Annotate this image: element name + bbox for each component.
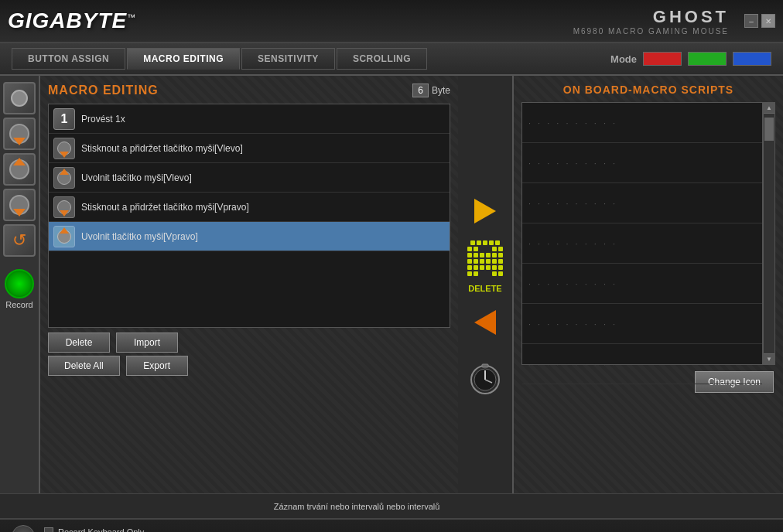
scrollbar-track (764, 114, 774, 353)
macro-item-3[interactable]: Uvolnit tlačítko myši[Vlevo] (49, 163, 450, 193)
arrow-up-btn-icon (5, 155, 33, 183)
svg-rect-16 (474, 259, 478, 264)
scrollbar-thumb[interactable] (764, 118, 774, 141)
script-dots-2: · · · · · · · · · · (528, 159, 617, 168)
delete-all-button[interactable]: Delete All (48, 356, 120, 376)
tab-bar: BUTTON ASSIGN MACRO EDITING SENSITIVITY … (0, 43, 783, 76)
circle-icon (11, 90, 28, 107)
script-item-7[interactable]: · · · · · · · · · · (522, 344, 762, 384)
sidebar-btn-5[interactable]: ↺ (3, 224, 36, 257)
svg-rect-35 (482, 364, 488, 367)
macro-btn-row1: Delete Import (48, 332, 450, 353)
svg-rect-14 (498, 253, 503, 257)
tab-sensitivity[interactable]: SENSITIVITY (241, 48, 335, 70)
svg-rect-28 (498, 271, 503, 276)
record-keyboard-checkbox[interactable] (44, 527, 53, 533)
mode-btn-green[interactable] (688, 52, 727, 66)
middle-controls: DELETE (458, 76, 512, 493)
macro-item-3-text: Uvolnit tlačítko myši[Vlevo] (81, 172, 192, 183)
brand-area: GIGABYTE™ (8, 9, 136, 33)
svg-rect-23 (480, 265, 484, 270)
sidebar-btn-1[interactable] (3, 82, 36, 114)
scrollbar-down-button[interactable]: ▼ (764, 353, 774, 364)
ghost-logo: GHOST M6980 Macro Gaming Mouse (573, 7, 729, 36)
script-item-5[interactable]: · · · · · · · · · · (522, 264, 762, 304)
script-item-3[interactable]: · · · · · · · · · · (522, 183, 762, 223)
sidebar-btn-2[interactable] (3, 118, 36, 150)
import-button[interactable]: Import (116, 332, 178, 353)
macro-item-4-text: Stisknout a přidržet tlačítko myši[Vprav… (81, 202, 249, 213)
delete-macro-button[interactable]: DELETE (467, 240, 503, 293)
script-item-4[interactable]: · · · · · · · · · · (522, 223, 762, 264)
svg-rect-22 (474, 265, 478, 270)
record-button[interactable] (5, 269, 34, 298)
svg-rect-0 (470, 240, 475, 245)
tab-button-assign[interactable]: BUTTON ASSIGN (12, 48, 125, 70)
sidebar-btn-4[interactable] (3, 189, 36, 221)
delete-button[interactable]: Delete (48, 332, 110, 353)
script-item-6[interactable]: · · · · · · · · · · (522, 304, 762, 344)
macro-item-1[interactable]: 1 Provést 1x (49, 104, 450, 134)
macro-panel-title: MACRO EDITING (48, 84, 159, 97)
macro-btn-row2: Delete All Export (48, 356, 450, 376)
script-dots-4: · · · · · · · · · · (528, 239, 617, 248)
title-bar: GIGABYTE™ GHOST M6980 Macro Gaming Mouse… (0, 0, 783, 43)
checkbox-area: Record Keyboard Only (44, 527, 213, 533)
svg-rect-6 (474, 247, 478, 251)
svg-rect-2 (483, 240, 487, 245)
macro-item-2-icon (53, 138, 75, 159)
export-button[interactable]: Export (126, 356, 188, 376)
status-texts: Record Keyboard Only Pro zastavení nahrá… (44, 527, 213, 533)
tab-macro-editing[interactable]: MACRO EDITING (127, 48, 240, 70)
script-dots-3: · · · · · · · · · · (528, 199, 617, 208)
scrollbar-up-button[interactable]: ▲ (764, 103, 774, 114)
svg-rect-20 (498, 259, 503, 264)
macro-item-2[interactable]: Stisknout a přidržet tlačítko myši[Vlevo… (49, 134, 450, 163)
record-keyboard-label: Record Keyboard Only (58, 527, 144, 533)
svg-rect-29 (474, 271, 478, 276)
svg-rect-7 (492, 247, 497, 251)
script-dots-7: · · · · · · · · · · (528, 360, 617, 369)
mode-btn-blue[interactable] (733, 52, 771, 66)
mode-btn-red[interactable] (643, 52, 682, 66)
tab-scrolling[interactable]: SCROLLING (337, 48, 427, 70)
arrow-down2-btn-icon (5, 191, 33, 219)
ghost-subtitle: M6980 Macro Gaming Mouse (573, 27, 729, 36)
macro-item-5-icon (53, 226, 75, 247)
onboard-title: ON BOARD-MACRO SCRIPTS (521, 84, 775, 96)
add-to-onboard-button[interactable] (467, 197, 503, 225)
svg-rect-10 (474, 253, 478, 257)
macro-item-3-icon (53, 167, 75, 189)
macro-item-5[interactable]: Uvolnit tlačítko myši[Vpravo] (49, 222, 450, 251)
svg-rect-12 (486, 253, 491, 257)
svg-rect-3 (489, 240, 494, 245)
macro-item-5-text: Uvolnit tlačítko myši[Vpravo] (81, 231, 198, 242)
delete-icon (467, 240, 503, 281)
script-list[interactable]: · · · · · · · · · · · · · · · · · · · · … (521, 102, 763, 365)
remove-from-onboard-button[interactable] (467, 309, 503, 336)
record-label: Record (5, 300, 32, 309)
macro-header: MACRO EDITING 6 Byte (48, 84, 450, 97)
script-dots-1: · · · · · · · · · · (528, 118, 617, 128)
svg-rect-4 (495, 240, 500, 245)
window-controls: – ✕ (744, 14, 775, 28)
macro-item-1-number: 1 (61, 112, 68, 126)
mode-label: Mode (610, 53, 637, 65)
macro-item-4[interactable]: Stisknout a přidržet tlačítko myši[Vprav… (49, 193, 450, 222)
script-item-2[interactable]: · · · · · · · · · · (522, 143, 762, 183)
script-item-1[interactable]: · · · · · · · · · · (522, 103, 762, 143)
svg-rect-26 (498, 265, 503, 270)
svg-rect-9 (467, 253, 472, 257)
svg-rect-24 (486, 265, 491, 270)
macro-list[interactable]: 1 Provést 1x Stisknout a přidržet tlačít… (48, 104, 450, 328)
status-icon (12, 525, 35, 532)
svg-rect-5 (467, 247, 472, 251)
macro-status-bar: Záznam trvání nebo intervalů nebo interv… (0, 493, 783, 518)
sidebar-btn-3[interactable] (3, 153, 36, 186)
macro-item-1-icon: 1 (53, 108, 75, 130)
svg-rect-19 (492, 259, 497, 264)
close-button[interactable]: ✕ (761, 14, 775, 28)
delete-label: DELETE (468, 284, 501, 293)
minimize-button[interactable]: – (744, 14, 758, 28)
script-dots-6: · · · · · · · · · · (528, 319, 617, 329)
